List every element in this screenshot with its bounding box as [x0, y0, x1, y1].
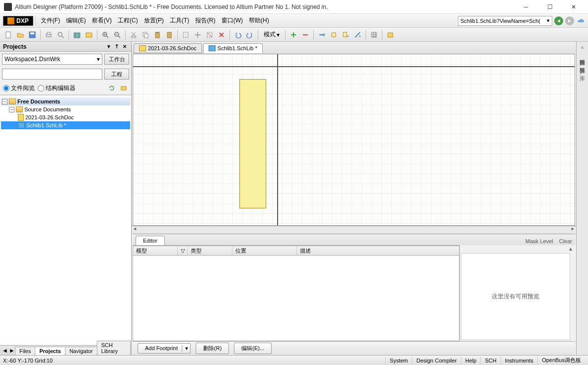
remove-mode-icon[interactable] — [300, 29, 311, 40]
right-tab-libraries[interactable]: 库... — [578, 68, 587, 79]
canvas-scrollbar-h[interactable] — [132, 226, 576, 234]
expander-icon[interactable]: − — [2, 99, 7, 104]
tab-scroll-right[interactable]: ► — [8, 346, 15, 355]
status-design-compiler[interactable]: Design Compiler — [412, 357, 460, 365]
menu-place[interactable]: 放置(P) — [141, 15, 167, 26]
panel-pin-icon[interactable]: ⤒ — [113, 43, 120, 50]
add-mode-icon[interactable] — [288, 29, 299, 40]
menu-view[interactable]: 察看(V) — [89, 15, 115, 26]
tab-scroll-left[interactable]: ◄ — [1, 346, 8, 355]
address-bar[interactable]: Schlib1.SchLib?ViewName=Sch(▾ — [458, 16, 552, 26]
copy-icon[interactable] — [140, 29, 151, 40]
dxp-button[interactable]: DXP — [3, 16, 33, 26]
col-position[interactable]: 位置 — [232, 246, 297, 255]
menu-window[interactable]: 窗口(W) — [219, 15, 246, 26]
model-list[interactable] — [133, 256, 459, 341]
tree-schdoc-item[interactable]: 2021-03-26.SchDoc — [1, 113, 130, 121]
redo-icon[interactable] — [244, 29, 255, 40]
tab-sch-library[interactable]: SCH Library — [97, 341, 131, 355]
place-part-dd-icon[interactable] — [340, 29, 351, 40]
menu-tools[interactable]: 工具(T) — [167, 15, 192, 26]
svg-rect-25 — [156, 32, 158, 33]
radio-struct-view[interactable]: 结构编辑器 — [38, 84, 75, 92]
project-options-icon[interactable] — [119, 84, 128, 92]
deselect-icon[interactable] — [204, 29, 215, 40]
expander-icon[interactable]: − — [9, 107, 14, 112]
tree-source-documents[interactable]: − Source Documents — [1, 105, 130, 113]
radio-file-view[interactable]: 文件阅览 — [3, 84, 35, 92]
close-button[interactable]: ✕ — [566, 2, 581, 12]
right-tab-clipboard-saved[interactable]: 剪贴板的 — [578, 52, 587, 58]
draw-line-dd-icon[interactable] — [352, 29, 363, 40]
panel-dropdown-icon[interactable]: ▼ — [105, 43, 112, 50]
delete-button[interactable]: 删除(R) — [196, 343, 229, 354]
col-sort[interactable]: ▽ — [178, 246, 188, 255]
minimize-button[interactable]: ─ — [518, 2, 533, 12]
nav-back-button[interactable]: ◄ — [554, 16, 563, 25]
print-icon[interactable] — [43, 29, 54, 40]
open-icon[interactable] — [15, 29, 26, 40]
status-instruments[interactable]: Instruments — [501, 357, 537, 365]
svg-rect-43 — [121, 87, 126, 90]
clear-button[interactable]: Clear — [556, 237, 575, 245]
col-model[interactable]: 模型 — [133, 246, 178, 255]
grid-icon[interactable] — [368, 29, 379, 40]
menu-file[interactable]: 文件(F) — [38, 15, 63, 26]
status-system[interactable]: System — [385, 357, 412, 365]
tree-free-documents[interactable]: − Free Documents — [1, 97, 130, 105]
workspace-button[interactable]: 工作台 — [104, 54, 129, 65]
col-desc[interactable]: 描述 — [297, 246, 459, 255]
status-sch[interactable]: SCH — [480, 357, 500, 365]
mode-dropdown[interactable]: 模式 ▾ — [261, 29, 283, 40]
menu-project[interactable]: 工程(C) — [115, 15, 141, 26]
component-body[interactable] — [239, 79, 266, 208]
preview-icon[interactable] — [55, 29, 66, 40]
clear-icon[interactable] — [216, 29, 227, 40]
add-footprint-button[interactable]: Add Footprint▾ — [138, 343, 191, 354]
tab-projects[interactable]: Projects — [35, 347, 65, 355]
svg-line-12 — [106, 36, 108, 38]
tree-schlib-item[interactable]: Schlib1.SchLib * — [1, 121, 130, 129]
undo-icon[interactable] — [232, 29, 243, 40]
panel-close-icon[interactable]: ✕ — [121, 43, 128, 50]
schematic-canvas[interactable] — [133, 54, 575, 226]
menu-edit[interactable]: 编辑(E) — [63, 15, 89, 26]
zoom-out-icon[interactable] — [112, 29, 123, 40]
edit-button[interactable]: 编辑(E)... — [234, 343, 272, 354]
status-openbus[interactable]: OpenBus调色板 — [537, 356, 585, 365]
tab-files[interactable]: Files — [15, 347, 35, 355]
workspace-dropdown[interactable]: Workspace1.DsnWrk ▾ — [2, 54, 102, 65]
nav-fwd-button[interactable]: ► — [565, 16, 574, 25]
nav-home-button[interactable] — [576, 16, 585, 25]
menu-report[interactable]: 报告(R) — [192, 15, 219, 26]
refresh-icon[interactable] — [107, 84, 116, 92]
part-icon[interactable] — [328, 29, 339, 40]
explorer-icon[interactable] — [83, 29, 94, 40]
project-tree[interactable]: − Free Documents − Source Documents 2021… — [0, 95, 131, 345]
doc-options-icon[interactable] — [385, 29, 396, 40]
pin-icon[interactable] — [316, 29, 327, 40]
doc-tab-schlib[interactable]: Schlib1.SchLib * — [203, 43, 263, 53]
editor-tab[interactable]: Editor — [136, 236, 165, 245]
paste-special-icon[interactable] — [164, 29, 175, 40]
project-button[interactable]: 工程 — [104, 69, 129, 80]
project-dropdown[interactable] — [2, 69, 102, 80]
save-icon[interactable] — [27, 29, 38, 40]
cut-icon[interactable] — [128, 29, 139, 40]
paste-icon[interactable] — [152, 29, 163, 40]
status-help[interactable]: Help — [461, 357, 481, 365]
library-icon[interactable] — [72, 29, 82, 40]
new-doc-icon[interactable] — [3, 29, 14, 40]
menu-help[interactable]: 帮助(H) — [246, 15, 272, 26]
preview-collapse-icon[interactable]: ▴ — [460, 245, 575, 252]
mask-level-button[interactable]: Mask Level — [522, 237, 556, 245]
maximize-button[interactable]: ☐ — [542, 2, 557, 12]
right-tab-clipboard[interactable]: 剪贴板 — [578, 60, 587, 66]
tab-navigator[interactable]: Navigator — [65, 347, 97, 355]
zoom-in-icon[interactable] — [100, 29, 111, 40]
doc-tab-schdoc[interactable]: 2021-03-26.SchDoc — [134, 43, 202, 53]
move-icon[interactable] — [192, 29, 203, 40]
collapse-arrow-icon[interactable]: « — [581, 45, 584, 50]
select-rect-icon[interactable] — [180, 29, 191, 40]
col-type[interactable]: 类型 — [188, 246, 232, 255]
